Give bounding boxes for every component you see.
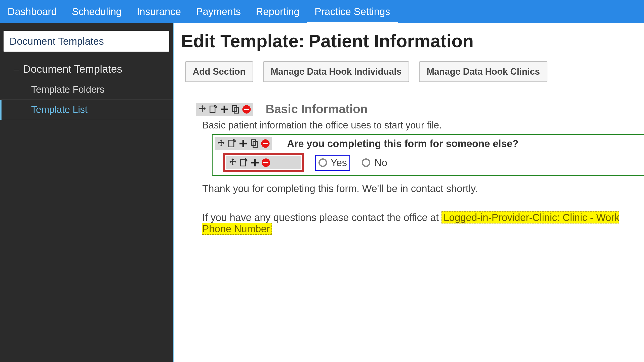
delete-icon[interactable]	[260, 157, 271, 168]
question-toolbar	[215, 137, 272, 150]
option-no[interactable]: No	[362, 157, 387, 168]
copy-icon[interactable]	[249, 138, 260, 149]
add-icon[interactable]	[238, 138, 249, 149]
nav-dashboard[interactable]: Dashboard	[0, 0, 64, 23]
footer-thanks: Thank you for completing this form. We'l…	[202, 183, 644, 194]
sidebar-group-label: Document Templates	[23, 63, 122, 75]
section-toolbar	[196, 103, 253, 116]
svg-rect-7	[263, 143, 268, 144]
radio-icon	[318, 158, 327, 167]
edit-icon[interactable]	[227, 138, 238, 149]
page-title-prefix: Edit Template:	[181, 31, 305, 51]
option-yes-label: Yes	[331, 157, 347, 168]
option-selected-highlight	[223, 153, 304, 172]
section-title: Basic Information	[266, 102, 368, 116]
footer-contact: If you have any questions please contact…	[202, 212, 644, 235]
manage-data-hook-individuals-button[interactable]: Manage Data Hook Individuals	[263, 61, 409, 82]
question-text: Are you completing this form for someone…	[287, 138, 518, 149]
radio-icon	[362, 158, 370, 167]
nav-insurance[interactable]: Insurance	[129, 0, 189, 23]
copy-icon[interactable]	[230, 104, 241, 115]
option-toolbar	[226, 156, 301, 169]
option-yes[interactable]: Yes	[315, 155, 350, 171]
add-icon[interactable]	[249, 157, 260, 168]
add-icon[interactable]	[219, 104, 230, 115]
action-bar: Add Section Manage Data Hook Individuals…	[185, 61, 644, 82]
move-icon[interactable]	[197, 104, 208, 115]
nav-scheduling[interactable]: Scheduling	[64, 0, 129, 23]
nav-practice-settings[interactable]: Practice Settings	[307, 0, 398, 23]
nav-reporting[interactable]: Reporting	[248, 0, 307, 23]
edit-icon[interactable]	[208, 104, 219, 115]
svg-rect-3	[244, 109, 249, 110]
page-title-name: Patient Information	[309, 31, 474, 51]
manage-data-hook-clinics-button[interactable]: Manage Data Hook Clinics	[419, 61, 547, 82]
sidebar-header[interactable]: Document Templates	[4, 31, 169, 52]
question-container: Are you completing this form for someone…	[212, 134, 644, 176]
collapse-icon: –	[14, 64, 21, 75]
delete-icon[interactable]	[260, 138, 271, 149]
top-nav: Dashboard Scheduling Insurance Payments …	[0, 0, 644, 23]
section-description: Basic patient information the office use…	[202, 120, 644, 131]
move-icon[interactable]	[216, 138, 227, 149]
sidebar-group-document-templates[interactable]: –Document Templates	[0, 59, 173, 80]
footer-contact-prefix: If you have any questions please contact…	[202, 212, 441, 223]
option-no-label: No	[374, 157, 387, 168]
move-icon[interactable]	[227, 157, 238, 168]
nav-payments[interactable]: Payments	[188, 0, 248, 23]
main-content: Edit Template: Patient Information Add S…	[174, 23, 644, 362]
sidebar-item-template-folders[interactable]: Template Folders	[0, 80, 173, 100]
add-section-button[interactable]: Add Section	[185, 61, 253, 82]
delete-icon[interactable]	[241, 104, 252, 115]
edit-icon[interactable]	[238, 157, 249, 168]
sidebar: Document Templates –Document Templates T…	[0, 23, 174, 362]
sidebar-item-template-list[interactable]: Template List	[0, 100, 173, 120]
svg-rect-9	[263, 162, 268, 163]
